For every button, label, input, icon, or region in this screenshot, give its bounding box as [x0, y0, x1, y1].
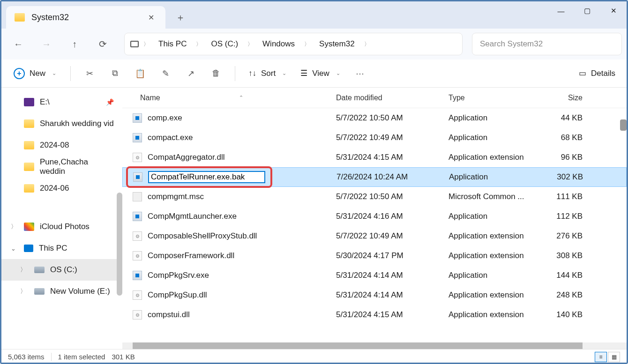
file-row[interactable]: CompatAggregator.dll5/31/2024 4:15 AMApp… [122, 148, 627, 167]
thumbnails-view-button[interactable]: ▦ [608, 352, 620, 362]
sort-button[interactable]: ↑↓ Sort ⌄ [243, 65, 292, 82]
vertical-scrollbar[interactable] [620, 119, 627, 131]
chevron-down-icon[interactable]: ⌄ [11, 245, 16, 252]
view-button[interactable]: ☰ View ⌄ [295, 65, 346, 82]
share-button[interactable]: ↗ [179, 64, 202, 83]
file-size: 44 KB [535, 113, 591, 123]
copy-button[interactable]: ⧉ [104, 64, 126, 83]
paste-button[interactable]: 📋 [129, 64, 151, 83]
address-bar[interactable]: 〉 This PC 〉 OS (C:) 〉 Windows 〉 System32… [124, 33, 463, 55]
column-header-type[interactable]: Type [441, 94, 535, 102]
close-tab-button[interactable]: ✕ [145, 10, 157, 25]
chevron-right-icon[interactable]: 〉 [301, 40, 313, 48]
sidebar-scrollbar[interactable] [117, 193, 122, 296]
chevron-right-icon[interactable]: 〉 [11, 223, 17, 231]
sort-icon: ↑↓ [248, 69, 256, 78]
rename-button[interactable]: ✎ [154, 64, 177, 83]
file-row[interactable]: comp.exe5/7/2022 10:50 AMApplication44 K… [122, 108, 627, 128]
close-window-button[interactable]: ✕ [600, 1, 627, 20]
sidebar-item[interactable]: 2024-06 [1, 178, 122, 199]
sidebar-item[interactable]: Pune,Chacha weddin [1, 156, 122, 178]
file-size: 140 KB [535, 310, 591, 319]
file-size: 144 KB [535, 271, 591, 280]
rename-input[interactable] [148, 171, 265, 183]
forward-button[interactable]: → [34, 33, 59, 55]
horizontal-scrollbar[interactable] [122, 342, 627, 349]
file-date: 5/7/2022 10:50 AM [329, 113, 441, 123]
chevron-down-icon: ⌄ [336, 70, 340, 76]
chevron-right-icon[interactable]: 〉 [245, 40, 256, 48]
sidebar-item[interactable]: Sharukh wedding vid [1, 113, 122, 134]
chevron-right-icon[interactable]: 〉 [193, 40, 204, 48]
file-list[interactable]: comp.exe5/7/2022 10:50 AMApplication44 K… [122, 108, 627, 342]
search-input[interactable]: Search System32 [472, 33, 622, 55]
sidebar-item[interactable]: 2024-08 [1, 134, 122, 156]
sidebar-item-label: Pune,Chacha weddin [40, 157, 114, 176]
file-row[interactable]: compact.exe5/7/2022 10:49 AMApplication6… [122, 128, 627, 148]
more-button[interactable]: ⋯ [349, 64, 371, 83]
file-type: Application [441, 113, 535, 123]
sidebar-item[interactable]: 〉OS (C:) [1, 259, 122, 281]
new-tab-button[interactable]: ＋ [171, 8, 190, 27]
file-size: 68 KB [535, 133, 591, 142]
file-type: Application extension [441, 153, 535, 162]
file-row[interactable]: CompMgmtLauncher.exe5/31/2024 4:16 AMApp… [122, 207, 627, 226]
breadcrumb-item[interactable]: OS (C:) [206, 37, 243, 52]
chevron-right-icon[interactable]: 〉 [20, 287, 26, 296]
breadcrumb-item[interactable]: This PC [154, 37, 191, 52]
file-row[interactable]: compstui.dll5/31/2024 4:15 AMApplication… [122, 305, 627, 325]
back-button[interactable]: ← [6, 33, 30, 55]
cloud-icon [24, 223, 34, 231]
file-type: Application extension [441, 251, 535, 260]
minimize-button[interactable]: — [548, 1, 574, 20]
refresh-button[interactable]: ⟳ [90, 33, 115, 55]
file-row[interactable]: compmgmt.msc5/7/2022 10:50 AMMicrosoft C… [122, 187, 627, 207]
delete-button[interactable]: 🗑 [205, 64, 227, 83]
details-pane-button[interactable]: ▭ Details [573, 65, 621, 82]
breadcrumb-item[interactable]: System32 [314, 37, 359, 52]
file-type: Application extension [441, 290, 535, 300]
sidebar-item-label: 2024-08 [40, 141, 69, 150]
plus-icon: + [14, 68, 25, 79]
file-row[interactable]: ComposerFramework.dll5/30/2024 4:17 PMAp… [122, 246, 627, 266]
column-headers: Name ⌃ Date modified Type Size [122, 88, 627, 108]
file-name: CompatAggregator.dll [148, 153, 224, 162]
search-placeholder: Search System32 [480, 39, 543, 49]
file-date: 5/7/2022 10:49 AM [329, 133, 441, 142]
breadcrumb-item[interactable]: Windows [258, 37, 299, 52]
sidebar-item-label: New Volume (E:) [50, 287, 110, 296]
file-type: Application extension [441, 310, 535, 319]
column-header-name[interactable]: Name ⌃ [122, 94, 329, 102]
up-button[interactable]: ↑ [62, 33, 87, 55]
file-date: 5/7/2022 10:49 AM [329, 231, 441, 241]
file-type: Application extension [441, 231, 535, 241]
status-item-count: 5,063 items [8, 353, 45, 361]
file-icon [133, 192, 142, 201]
folder-icon [24, 141, 34, 149]
new-button[interactable]: + New ⌄ [7, 64, 63, 83]
file-row[interactable]: CompPkgSup.dll5/31/2024 4:14 AMApplicati… [122, 285, 627, 305]
main-content: E:\📌Sharukh wedding vid2024-08Pune,Chach… [1, 88, 627, 349]
file-row[interactable]: 7/26/2024 10:24 AMApplication302 KB [122, 167, 627, 187]
chevron-right-icon[interactable]: 〉 [20, 266, 26, 274]
pc-icon [24, 245, 33, 252]
cut-button[interactable]: ✂ [78, 64, 101, 83]
sidebar-item[interactable]: 〉iCloud Photos [1, 216, 122, 238]
sidebar-item[interactable]: E:\📌 [1, 91, 122, 113]
file-icon [133, 113, 142, 123]
file-row[interactable]: CompPkgSrv.exe5/31/2024 4:14 AMApplicati… [122, 266, 627, 285]
chevron-down-icon: ⌄ [282, 70, 286, 76]
sidebar-item[interactable]: 〉New Volume (E:) [1, 281, 122, 302]
file-date: 5/31/2024 4:14 AM [329, 290, 441, 300]
window-tab[interactable]: System32 ✕ [6, 6, 165, 29]
chevron-right-icon[interactable]: 〉 [141, 40, 152, 48]
sidebar-item[interactable]: ⌄This PC [1, 238, 122, 259]
details-view-button[interactable]: ≡ [595, 352, 607, 362]
maximize-button[interactable]: ▢ [574, 1, 600, 20]
file-icon [133, 271, 142, 280]
file-name: CompPkgSup.dll [148, 290, 207, 300]
chevron-right-icon[interactable]: 〉 [361, 40, 373, 48]
column-header-date[interactable]: Date modified [329, 94, 441, 102]
column-header-size[interactable]: Size [535, 94, 591, 102]
file-row[interactable]: ComposableShellProxyStub.dll5/7/2022 10:… [122, 226, 627, 246]
